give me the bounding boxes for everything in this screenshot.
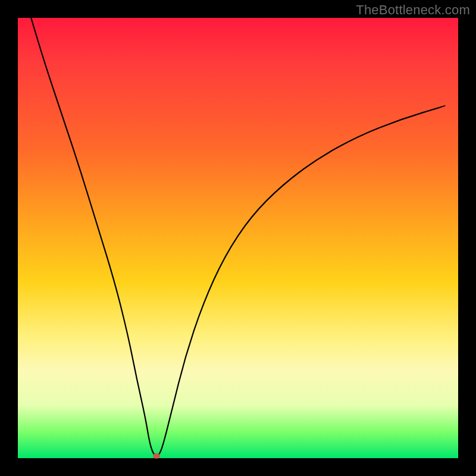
plot-area: [18, 18, 458, 458]
watermark-text: TheBottleneck.com: [356, 2, 470, 18]
minimum-marker: [153, 453, 160, 459]
curve-svg: [18, 18, 458, 458]
bottleneck-curve: [31, 18, 445, 456]
chart-frame: TheBottleneck.com: [0, 0, 476, 476]
